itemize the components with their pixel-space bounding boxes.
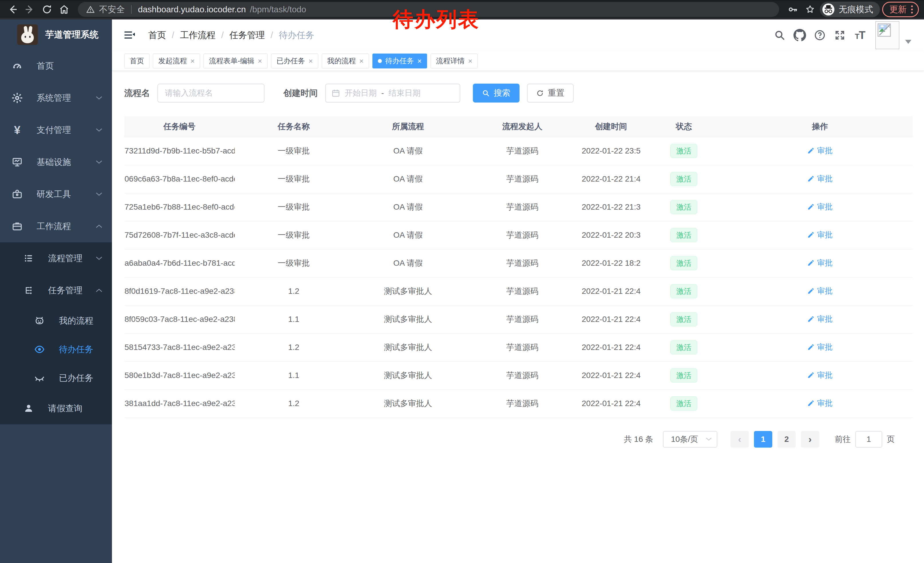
goto-page-input[interactable] <box>855 431 882 447</box>
sidebar-item-infrastructure[interactable]: 基础设施 <box>0 146 112 178</box>
font-size-button[interactable]: TT <box>852 27 868 43</box>
tab[interactable]: 发起流程 × <box>153 54 200 68</box>
tab-label: 流程详情 <box>436 56 465 66</box>
table-row: 580e1b3d-7ac8-11ec-a9e2-a2380e71991a 1.1… <box>124 362 912 389</box>
github-icon <box>794 29 806 42</box>
tab-label: 已办任务 <box>276 56 305 66</box>
status-badge: 激活 <box>670 340 697 355</box>
sidebar-item-workflow[interactable]: 工作流程 <box>0 210 112 242</box>
cell-process: OA 请假 <box>353 165 464 193</box>
process-name-input[interactable] <box>158 84 264 102</box>
tab[interactable]: 我的流程 × <box>322 54 369 68</box>
approve-link[interactable]: 审批 <box>807 230 832 240</box>
fullscreen-button[interactable] <box>832 27 848 43</box>
tab[interactable]: 流程表单-编辑 × <box>204 54 268 68</box>
sidebar-item-system[interactable]: 系统管理 <box>0 82 112 114</box>
sidebar-collapse-button[interactable] <box>122 28 137 43</box>
approve-link[interactable]: 审批 <box>807 370 832 380</box>
approve-link-label: 审批 <box>817 286 832 296</box>
chevron-up-icon <box>96 288 102 293</box>
tab[interactable]: 待办任务 × <box>372 54 427 68</box>
cell-task-name: 一级审批 <box>235 165 353 193</box>
breadcrumb-separator: / <box>270 30 273 41</box>
cell-task-id: 580e1b3d-7ac8-11ec-a9e2-a2380e71991a <box>124 362 235 389</box>
page-button-1[interactable]: 1 <box>754 431 772 447</box>
tab-label: 我的流程 <box>327 56 356 66</box>
sidebar-item-label: 流程管理 <box>48 252 96 264</box>
bookmark-star-button[interactable] <box>802 2 818 17</box>
browser-forward-button[interactable] <box>22 2 37 17</box>
sidebar-item-my-process[interactable]: 我的流程 <box>0 306 112 335</box>
sidebar-item-payment[interactable]: ¥ 支付管理 <box>0 114 112 146</box>
sidebar-item-done-task[interactable]: 已办任务 <box>0 364 112 392</box>
home-icon <box>58 4 70 15</box>
header-search-button[interactable] <box>772 27 788 43</box>
back-arrow-icon <box>7 4 18 15</box>
sidebar-item-label: 研发工具 <box>37 188 96 200</box>
table-header-row: 任务编号任务名称所属流程流程发起人创建时间状态操作 <box>124 116 912 137</box>
reload-icon <box>41 4 52 15</box>
approve-link[interactable]: 审批 <box>807 314 832 324</box>
password-key-button[interactable] <box>786 2 800 17</box>
address-bar[interactable]: 不安全 dashboard.yudao.iocoder.cn/bpm/task/… <box>78 2 779 17</box>
monitor-icon <box>11 157 24 168</box>
approve-link[interactable]: 审批 <box>807 146 832 156</box>
tab[interactable]: 流程详情 × <box>430 54 478 68</box>
close-icon[interactable]: × <box>258 57 262 65</box>
cell-created: 2022-01-22 21:48:48 <box>581 165 640 193</box>
approve-link[interactable]: 审批 <box>807 201 832 212</box>
sidebar-item-devtools[interactable]: 研发工具 <box>0 178 112 210</box>
approve-link[interactable]: 审批 <box>807 174 832 184</box>
table-header-cell: 流程发起人 <box>463 116 581 137</box>
cell-task-name: 1.2 <box>235 333 353 362</box>
date-range-picker[interactable]: 开始日期 - 结束日期 <box>325 84 460 102</box>
next-page-button[interactable]: › <box>801 431 819 447</box>
browser-reload-button[interactable] <box>39 2 54 17</box>
pen-icon <box>807 147 814 155</box>
sidebar-item-todo-task[interactable]: 待办任务 <box>0 335 112 364</box>
sidebar-item-process-management[interactable]: 流程管理 <box>0 242 112 274</box>
close-icon[interactable]: × <box>468 57 472 65</box>
sidebar-item-leave-query[interactable]: 请假查询 <box>0 392 112 424</box>
browser-update-button[interactable]: 更新 <box>882 2 919 17</box>
approve-link[interactable]: 审批 <box>807 398 832 408</box>
close-icon[interactable]: × <box>359 57 363 65</box>
reset-button[interactable]: 重置 <box>527 84 574 102</box>
app-header: 首页 / 工作流程 / 任务管理 / 待办任务 <box>112 20 924 51</box>
page-size-select[interactable]: 10条/页 <box>663 431 717 447</box>
github-link[interactable] <box>792 27 808 43</box>
table-header-cell: 创建时间 <box>581 116 640 137</box>
app-title: 芋道管理系统 <box>45 29 99 41</box>
pen-icon <box>807 231 814 239</box>
tab[interactable]: 已办任务 × <box>271 54 318 68</box>
sidebar-item-home[interactable]: 首页 <box>0 50 112 82</box>
help-button[interactable] <box>812 27 828 43</box>
tab[interactable]: 首页 <box>124 54 149 68</box>
approve-link[interactable]: 审批 <box>807 286 832 296</box>
status-badge: 激活 <box>670 228 697 243</box>
breadcrumb-item[interactable]: 任务管理 <box>229 29 265 41</box>
avatar-caret-icon[interactable] <box>905 40 911 44</box>
url-host: dashboard.yudao.iocoder.cn <box>138 5 246 14</box>
browser-back-button[interactable] <box>5 2 20 17</box>
prev-page-button[interactable]: ‹ <box>730 431 749 447</box>
browser-menu-icon[interactable] <box>911 6 913 14</box>
app-logo-row[interactable]: 芋道管理系统 <box>0 20 112 50</box>
approve-link[interactable]: 审批 <box>807 258 832 268</box>
cell-starter: 芋道源码 <box>463 333 581 362</box>
search-button[interactable]: 搜索 <box>473 84 519 102</box>
table-row: 58154733-7ac8-11ec-a9e2-a2380e71991a 1.2… <box>124 333 912 362</box>
page-button-2[interactable]: 2 <box>777 431 796 447</box>
close-icon[interactable]: × <box>309 57 313 65</box>
content: 流程名 创建时间 开始日期 - 结束日期 搜索 <box>112 71 924 447</box>
sidebar-item-task-management[interactable]: 任务管理 <box>0 274 112 306</box>
goto-unit-label: 页 <box>887 434 895 445</box>
avatar[interactable] <box>875 21 899 49</box>
close-icon[interactable]: × <box>190 57 195 65</box>
breadcrumb-item[interactable]: 工作流程 <box>180 29 216 41</box>
approve-link[interactable]: 审批 <box>807 342 832 352</box>
approve-link-label: 审批 <box>817 258 832 268</box>
breadcrumb-item[interactable]: 首页 <box>148 29 166 41</box>
close-icon[interactable]: × <box>417 57 422 65</box>
browser-home-button[interactable] <box>57 2 72 17</box>
